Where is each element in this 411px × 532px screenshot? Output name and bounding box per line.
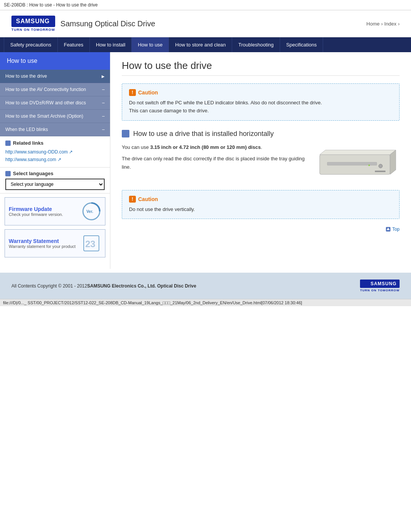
- site-title: Samsung Optical Disc Drive: [61, 19, 155, 28]
- sidebar: How to use How to use the drive ▶ How to…: [0, 52, 110, 269]
- sidebar-arrow-4: –: [102, 127, 105, 132]
- svg-rect-9: [375, 171, 386, 172]
- title-bar: SE-208DB : How to use - How to use the d…: [0, 0, 411, 10]
- caution-line-2: This can cause damage to the drive.: [129, 107, 392, 115]
- sidebar-arrow-3: –: [102, 113, 105, 119]
- sidebar-link-led[interactable]: When the LED blinks –: [0, 123, 110, 136]
- svg-point-10: [368, 165, 370, 166]
- logo-area: SAMSUNG TURN ON TOMORROW Samsung Optical…: [11, 16, 155, 32]
- samsung-logo-block: SAMSUNG TURN ON TOMORROW: [11, 16, 55, 32]
- nav-how-to-use[interactable]: How to use: [132, 37, 169, 52]
- caution-line-1: Do not switch off the PC while the LED i…: [129, 99, 392, 107]
- svg-text:23: 23: [85, 239, 96, 249]
- sidebar-link-av-label: How to use the AV Connectivity function: [5, 87, 86, 92]
- footer-copyright: All Contents Copyright © 2001 - 2012: [11, 283, 87, 289]
- sidebar-link-drive-label: How to use the drive: [5, 73, 47, 79]
- section-heading-text: How to use a drive that is installed hor…: [133, 130, 274, 138]
- footer-samsung: SAMSUNG TURN ON TOMORROW: [360, 280, 400, 292]
- disc-para-1: You can use 3.15 inch or 4.72 inch (80 m…: [122, 143, 308, 152]
- firmware-box[interactable]: Firmware Update Check your firmware vers…: [5, 197, 105, 225]
- sidebar-arrow-0: ▶: [102, 74, 105, 78]
- svg-text:Ver.: Ver.: [86, 209, 93, 214]
- related-links-icon: [5, 141, 11, 146]
- svg-marker-6: [390, 150, 396, 174]
- related-links-section: Related links http://www.samsung-ODD.com…: [0, 136, 110, 168]
- statusbar-text: file:///D|/0..._ SST/00_PROJECT/2012/SST…: [3, 300, 302, 305]
- samsung-logo: SAMSUNG: [11, 16, 55, 27]
- navbar: Safety precautions Features How to insta…: [0, 37, 411, 52]
- home-link[interactable]: Home: [366, 21, 380, 27]
- sidebar-title: How to use: [0, 52, 110, 70]
- caution-label-1: Caution: [138, 89, 158, 96]
- firmware-icon: Ver.: [81, 201, 101, 221]
- top-link-label: Top: [392, 227, 400, 232]
- svg-point-8: [379, 164, 382, 168]
- sidebar-link-led-label: When the LED blinks: [5, 127, 48, 132]
- sidebar-link-smart[interactable]: How to use the Smart Archive (Option) –: [0, 110, 110, 123]
- drive-svg: [316, 143, 400, 181]
- footer: All Contents Copyright © 2001 - 2012SAMS…: [0, 273, 411, 299]
- nav-troubleshoot[interactable]: Troubleshooting: [232, 37, 280, 52]
- statusbar: file:///D|/0..._ SST/00_PROJECT/2012/SST…: [0, 299, 411, 306]
- nav-specs[interactable]: Specifications: [280, 37, 323, 52]
- language-dropdown[interactable]: Select your language: [5, 179, 105, 190]
- content: How to use the drive ! Caution Do not sw…: [110, 52, 411, 240]
- caution-text-2: Do not use the drive vertically.: [129, 206, 392, 214]
- disc-info: You can use 3.15 inch or 4.72 inch (80 m…: [122, 143, 400, 182]
- drive-image: [316, 143, 400, 182]
- lang-icon: [5, 171, 11, 176]
- language-selector-section: Select languages Select your language: [0, 168, 110, 193]
- firmware-title: Firmware Update: [9, 206, 63, 212]
- section-heading-icon: [122, 130, 129, 137]
- sidebar-link-av[interactable]: How to use the AV Connectivity function …: [0, 83, 110, 96]
- disc-info-text: You can use 3.15 inch or 4.72 inch (80 m…: [122, 143, 308, 171]
- sidebar-arrow-2: –: [102, 100, 105, 105]
- footer-text: All Contents Copyright © 2001 - 2012SAMS…: [11, 283, 196, 289]
- caution-box-1: ! Caution Do not switch off the PC while…: [122, 83, 400, 121]
- footer-bold: SAMSUNG Electronics Co., Ltd. Optical Di…: [87, 283, 196, 289]
- footer-tagline: TURN ON TOMORROW: [360, 289, 400, 292]
- related-links-heading: Related links: [13, 140, 43, 146]
- firmware-subtitle: Check your firmware version.: [9, 212, 63, 217]
- firmware-text: Firmware Update Check your firmware vers…: [9, 206, 63, 217]
- lang-select-title: Select languages: [5, 171, 105, 176]
- footer-samsung-logo: SAMSUNG: [360, 280, 400, 288]
- caution-icon-1: !: [129, 89, 136, 96]
- disc-para-1-bold: 3.15 inch or 4.72 inch (80 mm or 120 mm)…: [150, 144, 261, 150]
- nav-sep1: ›: [381, 21, 383, 27]
- nav-store-clean[interactable]: How to store and clean: [169, 37, 232, 52]
- main: How to use How to use the drive ▶ How to…: [0, 52, 411, 269]
- nav-sep2: ›: [398, 21, 400, 27]
- lang-heading: Select languages: [13, 171, 53, 176]
- logo-tagline: TURN ON TOMORROW: [11, 28, 55, 32]
- warranty-icon: 23: [81, 233, 101, 253]
- warranty-subtitle: Warranty statement for your product: [9, 244, 76, 249]
- caution-label-2: Caution: [138, 196, 158, 202]
- title-text: SE-208DB : How to use - How to use the d…: [4, 2, 98, 8]
- sidebar-link-dvd[interactable]: How to use DVD±R/RW and other discs –: [0, 96, 110, 110]
- top-icon: [386, 227, 391, 232]
- sidebar-link-drive[interactable]: How to use the drive ▶: [0, 70, 110, 83]
- disc-para-2: The drive can only read the disc correct…: [122, 155, 308, 171]
- disc-para-1-prefix: You can use: [122, 144, 150, 150]
- caution-box-2: ! Caution Do not use the drive verticall…: [122, 190, 400, 219]
- caution-text-1: Do not switch off the PC while the LED i…: [129, 99, 392, 115]
- caution-2-text: Do not use the drive vertically.: [129, 206, 392, 214]
- nav-install[interactable]: How to install: [90, 37, 132, 52]
- caution-title-1: ! Caution: [129, 89, 392, 96]
- header: SAMSUNG TURN ON TOMORROW Samsung Optical…: [0, 10, 411, 37]
- section-heading-1: How to use a drive that is installed hor…: [122, 130, 400, 138]
- samsung-odd-link[interactable]: http://www.samsung-ODD.com ↗: [5, 148, 105, 156]
- disc-para-1-suffix: .: [261, 144, 262, 150]
- sidebar-arrow-1: –: [102, 87, 105, 92]
- nav-features[interactable]: Features: [58, 37, 90, 52]
- caution-icon-2: !: [129, 196, 136, 203]
- header-nav: Home › Index ›: [366, 21, 400, 27]
- nav-safety[interactable]: Safety precautions: [4, 37, 58, 52]
- svg-marker-5: [320, 150, 396, 155]
- warranty-box[interactable]: Warranty Statement Warranty statement fo…: [5, 229, 105, 257]
- top-link[interactable]: Top: [122, 227, 400, 232]
- related-links-title: Related links: [5, 140, 105, 146]
- samsung-com-link[interactable]: http://www.samsung.com ↗: [5, 156, 105, 163]
- index-link[interactable]: Index: [384, 21, 397, 27]
